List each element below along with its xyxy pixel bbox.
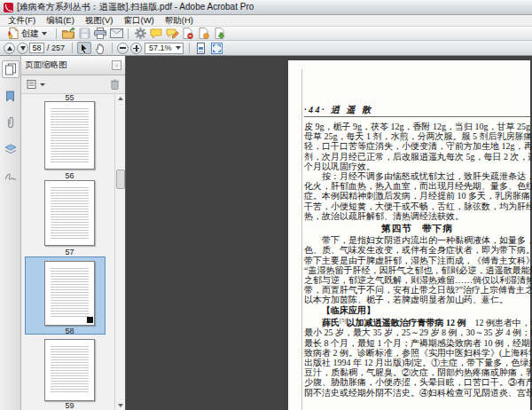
print-button[interactable] bbox=[93, 28, 107, 40]
up-arrow-icon bbox=[7, 46, 12, 51]
open-file-button[interactable] bbox=[61, 28, 75, 40]
scrollbar-thumb[interactable] bbox=[116, 170, 125, 189]
doc-line: 致病者 2 例。诊断标准，参照《实用中医妇科学》(上海科学技术 bbox=[304, 348, 530, 358]
scrolling-mode-button[interactable] bbox=[194, 42, 208, 54]
select-tool-button[interactable] bbox=[77, 42, 91, 54]
thumbnail-page-number: 58 bbox=[44, 327, 95, 335]
menu-edit[interactable]: 编辑(E) bbox=[41, 15, 80, 27]
gear-icon bbox=[135, 28, 146, 39]
email-button[interactable] bbox=[109, 28, 123, 40]
zoom-level-select[interactable]: 57.1% bbox=[145, 43, 184, 54]
speech-bubble-icon bbox=[150, 28, 162, 39]
zoom-dropdown-arrow bbox=[176, 46, 181, 50]
zoom-out-button[interactable] bbox=[117, 43, 129, 54]
delete-page-button[interactable] bbox=[110, 79, 120, 90]
previous-page-button[interactable] bbox=[4, 43, 15, 54]
thumbnail-options-button[interactable] bbox=[27, 79, 45, 90]
doc-line: 按：月经不调多由恼怒或忧郁太过，致肝失疏泄条达，久郁 bbox=[304, 171, 530, 181]
hand-icon bbox=[95, 43, 106, 54]
page-thumbnail-56[interactable] bbox=[44, 101, 95, 170]
menu-help[interactable]: 帮助(H) bbox=[160, 15, 199, 27]
doc-line: 个月以巩固疗效。 bbox=[304, 162, 530, 171]
page-text-block: 皮 9g，栀子 9g，茯苓 12g，香附 12g，当归 10g，甘草 25g，益… bbox=[304, 122, 530, 398]
page-thumbnails-tab[interactable] bbox=[2, 60, 20, 78]
menu-view[interactable]: 视图(V) bbox=[80, 15, 119, 27]
thumbnails-panel: 页面缩略图 ▫ 5556575859 bbox=[21, 56, 126, 410]
toolbar-separator bbox=[128, 28, 129, 39]
options-dropdown-arrow bbox=[40, 83, 45, 86]
create-pdf-icon bbox=[8, 28, 19, 39]
toolbar-separator bbox=[112, 43, 113, 53]
doc-line: 轻，口干口苦等症消失，小便变清，守前方加生地 12g，再服 5 bbox=[304, 141, 530, 151]
create-dropdown-arrow bbox=[42, 32, 47, 35]
thumbnail-content bbox=[51, 346, 89, 394]
layers-tab[interactable] bbox=[2, 140, 20, 158]
doc-line: 豆汁，质黏稠，气腥臭。②次症，阴部灼热疼痛或肿痛，乳房、 bbox=[304, 367, 530, 377]
doc-line: 带下主要是由于脾虚肝郁，湿热下注而成，《傅青主女科》说， bbox=[304, 256, 530, 265]
paperclip-icon bbox=[6, 116, 15, 129]
thumbnail-content bbox=[51, 187, 89, 239]
create-pdf-button[interactable]: 创建 bbox=[4, 28, 51, 40]
cursor-arrow-icon bbox=[80, 43, 89, 54]
comment-button[interactable] bbox=[149, 28, 163, 40]
pdf-page[interactable]: ·44· 逍 遥 散 皮 9g，栀子 9g，茯苓 12g，香附 12g，当归 1… bbox=[288, 60, 530, 410]
fullscreen-mode-button[interactable] bbox=[210, 42, 224, 54]
menu-window[interactable]: 窗口(W) bbox=[118, 15, 159, 27]
title-bar[interactable]: [难病奇方系列丛书：逍遥散].扫描版.pdf - Adobe Acrobat P… bbox=[0, 0, 532, 15]
toolbar-separator bbox=[189, 43, 190, 53]
doc-line: 色、质、气味发生改变，或伴有全身症状者，即为带下病。湿热 bbox=[304, 245, 530, 255]
menu-file[interactable]: 文件(F) bbox=[3, 15, 41, 27]
pdf-standards-button[interactable] bbox=[181, 28, 195, 40]
doc-line: 带，而置肝气于不问，安有止带之日哉?”治疗上宗傅青主之法， bbox=[304, 285, 530, 295]
doc-line: 【临床应用】 bbox=[304, 305, 530, 315]
save-file-button[interactable] bbox=[77, 28, 91, 40]
navigation-pane-strip bbox=[0, 56, 21, 410]
create-pdf-label: 创建 bbox=[21, 28, 39, 40]
toolbar-separator bbox=[56, 28, 57, 39]
thumbnails-panel-header: 页面缩略图 ▫ bbox=[21, 56, 125, 75]
page-count-label: / 257 bbox=[47, 43, 65, 52]
page-thumbnail-57[interactable] bbox=[44, 180, 95, 246]
doc-line: 薛氏[5]以加减逍遥散治疗青带病 12 例 12 例患者中，年龄 bbox=[304, 315, 530, 328]
toolbar-separator bbox=[72, 43, 73, 53]
tools-gear-button[interactable] bbox=[133, 28, 147, 40]
thumbnails-toolbar bbox=[21, 75, 125, 94]
next-page-button[interactable] bbox=[17, 43, 28, 54]
speech-bubble-pencil-icon bbox=[166, 28, 179, 39]
page-number-input[interactable] bbox=[29, 43, 44, 53]
thumbnail-page-number: 57 bbox=[44, 248, 95, 256]
export-pdf-button[interactable] bbox=[213, 28, 227, 40]
save-floppy-icon bbox=[79, 28, 90, 39]
section-heading: 第四节 带下病 bbox=[304, 224, 530, 233]
app-body: 页面缩略图 ▫ 5556575859 bbox=[0, 56, 532, 410]
acrobat-window: [难病奇方系列丛书：逍遥散].扫描版.pdf - Adobe Acrobat P… bbox=[0, 0, 532, 410]
scroll-up-icon bbox=[118, 97, 123, 100]
document-canvas[interactable]: ·44· 逍 遥 散 皮 9g，栀子 9g，茯苓 12g，香附 12g，当归 1… bbox=[126, 56, 532, 410]
doc-line: 最长 8 个月，最短 1 个月；产褥期感染致病者 10 例，经期感染 bbox=[304, 338, 530, 348]
page-thumbnail-59[interactable] bbox=[44, 339, 95, 401]
view-area-handle[interactable] bbox=[87, 317, 93, 323]
envelope-icon bbox=[110, 28, 123, 38]
doc-line: 少腹、胁肋胀痛，小便赤涩，头晕目眩，口苦口干。③有产后外 bbox=[304, 377, 530, 387]
hand-tool-button[interactable] bbox=[93, 42, 107, 54]
pdf-optimize-button[interactable] bbox=[197, 28, 211, 40]
doc-line: 以本方加茵陈、栀子，若脾虚明显者加山药、薏仁。 bbox=[304, 295, 530, 304]
bookmark-icon bbox=[5, 91, 15, 102]
signature-icon bbox=[4, 171, 17, 181]
signatures-tab[interactable] bbox=[2, 167, 20, 185]
window-title: [难病奇方系列丛书：逍遥散].扫描版.pdf - Adobe Acrobat P… bbox=[17, 1, 254, 13]
annotate-button[interactable] bbox=[165, 28, 179, 40]
zoom-in-button[interactable] bbox=[130, 43, 142, 54]
bookmarks-tab[interactable] bbox=[2, 87, 20, 105]
thumbnail-list: 5556575859 bbox=[21, 94, 125, 410]
scroll-up-button[interactable] bbox=[116, 94, 125, 103]
attachments-tab[interactable] bbox=[2, 114, 20, 131]
panel-menu-button[interactable]: ▫ bbox=[112, 60, 121, 70]
thumbnail-scrollbar[interactable] bbox=[114, 94, 125, 410]
thumbnails-panel-title: 页面缩略图 bbox=[25, 59, 67, 71]
page-orange-badge-icon bbox=[199, 28, 209, 39]
scroll-down-button[interactable] bbox=[116, 401, 125, 410]
zoom-level-value: 57.1% bbox=[149, 43, 172, 52]
thumbnail-page-number: 59 bbox=[44, 401, 95, 410]
plus-icon bbox=[133, 45, 139, 51]
